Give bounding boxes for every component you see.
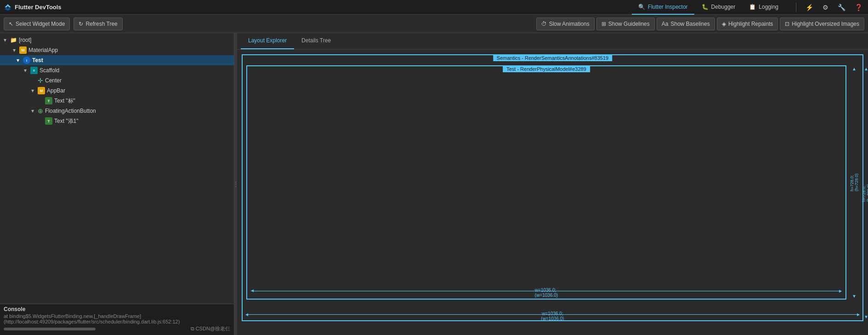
explorer-panel: Layout Explorer Details Tree Semantics -… xyxy=(237,33,868,335)
layout-viz: Semantics - RenderSemanticsAnnotations#8… xyxy=(237,50,868,335)
outer-width-label: w=1036.0;(w=1036.0) xyxy=(541,311,564,321)
arrow-text2: ▸ xyxy=(39,118,45,124)
toolbar: ↖ Select Widget Mode ↻ Refresh Tree ⏱ Sl… xyxy=(0,15,868,33)
tree-label-text2: Text "添1" xyxy=(54,117,79,125)
slow-animations-button[interactable]: ⏱ Slow Animations xyxy=(536,17,595,30)
scaffold-icon: ≡ xyxy=(30,67,38,74)
arrow-root: ▾ xyxy=(4,37,10,43)
show-baselines-button[interactable]: Aa Show Baselines xyxy=(657,17,715,30)
arrow-fab: ▾ xyxy=(31,108,38,114)
inner-width-label: w=1036.0;(w=1036.0) xyxy=(535,288,558,298)
tree-item-appbar[interactable]: ▾ M AppBar xyxy=(0,86,234,96)
tree-item-text2[interactable]: ▸ T Text "添1" xyxy=(0,116,234,126)
tree-item-materialapp[interactable]: ▾ M MaterialApp xyxy=(0,45,234,55)
tree-item-text1[interactable]: ▸ T Text "标" xyxy=(0,96,234,106)
select-widget-button[interactable]: ↖ Select Widget Mode xyxy=(4,17,70,30)
lightning-icon-btn[interactable]: ⚡ xyxy=(804,3,815,12)
inner-test-box: Test - RenderPhysicalModel#e3289 ▶ ◀ w=1… xyxy=(246,65,846,300)
baselines-icon: Aa xyxy=(662,21,669,27)
scrollbar[interactable] xyxy=(4,328,96,330)
center-icon: ✛ xyxy=(38,77,43,84)
tree-label-scaffold: Scaffold xyxy=(40,67,59,74)
right-v-arrows: ▲ h=728.0;(h=728.0) ▼ xyxy=(850,66,859,299)
bottom-right-text: CSDN@徐老仨 xyxy=(196,326,230,331)
tree-content[interactable]: ▾ 📁 [root] ▾ M MaterialApp ▾ i Test xyxy=(0,33,234,304)
arrow-materialapp: ▾ xyxy=(13,47,19,53)
inner-left-arrow: ◀ xyxy=(251,287,254,293)
repaints-icon: ◈ xyxy=(722,21,726,27)
arrow-center: ▸ xyxy=(31,77,38,84)
tree-item-scaffold[interactable]: ▾ ≡ Scaffold xyxy=(0,65,234,75)
debugger-icon: 🐛 xyxy=(702,4,709,10)
slow-anim-icon: ⏱ xyxy=(541,21,547,27)
tree-item-root[interactable]: ▾ 📁 [root] xyxy=(0,35,234,45)
inner-box-label: Test - RenderPhysicalModel#e3289 xyxy=(503,66,590,72)
console-text: at binding$5.WidgetsFlutterBinding.new.[… xyxy=(4,313,230,324)
show-guidelines-button[interactable]: ⊞ Show Guidelines xyxy=(596,17,655,30)
svg-marker-0 xyxy=(5,4,11,7)
tree-item-fab[interactable]: ▾ ⊕ FloatingActionButton xyxy=(0,106,234,116)
tree-label-text1: Text "标" xyxy=(54,97,75,105)
tree-label-materialapp: MaterialApp xyxy=(28,47,58,53)
materialapp-icon: M xyxy=(19,46,27,54)
arrow-appbar: ▾ xyxy=(31,87,38,94)
refresh-tree-button[interactable]: ↻ Refresh Tree xyxy=(74,17,122,30)
copy-icon: ⧉ xyxy=(191,326,194,331)
tree-panel: ▾ 📁 [root] ▾ M MaterialApp ▾ i Test xyxy=(0,33,234,335)
tree-item-center[interactable]: ▸ ✛ Center xyxy=(0,75,234,86)
test-icon: i xyxy=(23,57,30,64)
inspector-icon: 🔍 xyxy=(638,4,645,10)
appbar-icon: M xyxy=(38,87,45,94)
text1-icon: T xyxy=(45,97,52,104)
tree-label-test: Test xyxy=(32,57,43,64)
top-bar: Flutter DevTools 🔍 Flutter Inspector 🐛 D… xyxy=(0,0,868,15)
folder-icon: 📁 xyxy=(10,37,17,43)
bottom-right-info: ⧉ CSDN@徐老仨 xyxy=(191,325,230,332)
top-bar-icons: ⚡ ⚙ 🔧 ❓ xyxy=(794,3,864,12)
settings-icon-btn[interactable]: ⚙ xyxy=(821,3,830,12)
tab-debugger[interactable]: 🐛 Debugger xyxy=(695,0,742,15)
highlight-repaints-button[interactable]: ◈ Highlight Repaints xyxy=(717,17,778,30)
tree-label-appbar: AppBar xyxy=(47,87,65,94)
tree-label-fab: FloatingActionButton xyxy=(45,108,96,114)
arrow-test: ▾ xyxy=(17,57,23,64)
arrow-text1: ▸ xyxy=(39,98,45,104)
explorer-tabs: Layout Explorer Details Tree xyxy=(237,33,868,50)
tree-item-test[interactable]: ▾ i Test xyxy=(0,55,234,65)
tab-layout-explorer[interactable]: Layout Explorer xyxy=(241,33,294,49)
main-content: ▾ 📁 [root] ▾ M MaterialApp ▾ i Test xyxy=(0,33,868,335)
refresh-icon: ↻ xyxy=(79,21,83,27)
toolbar-right: ⏱ Slow Animations ⊞ Show Guidelines Aa S… xyxy=(536,17,864,30)
text2-icon: T xyxy=(45,117,52,125)
svg-marker-1 xyxy=(5,7,11,11)
toolbar-left: ↖ Select Widget Mode ↻ Refresh Tree xyxy=(4,17,123,30)
console-panel: Console at binding$5.WidgetsFlutterBindi… xyxy=(0,304,234,335)
tools-icon-btn[interactable]: 🔧 xyxy=(836,3,847,12)
outer-semantics-box: Semantics - RenderSemanticsAnnotations#8… xyxy=(242,54,863,321)
tree-label-root: [root] xyxy=(19,37,31,43)
console-title: Console xyxy=(4,306,230,312)
fab-icon: ⊕ xyxy=(38,107,43,115)
oversized-icon: ⊡ xyxy=(785,21,789,27)
tree-label-center: Center xyxy=(45,77,62,84)
guidelines-icon: ⊞ xyxy=(601,21,606,27)
tab-details-tree[interactable]: Details Tree xyxy=(294,33,338,49)
arrow-scaffold: ▾ xyxy=(24,67,30,74)
tab-flutter-inspector[interactable]: 🔍 Flutter Inspector xyxy=(632,0,694,15)
outer-box-label: Semantics - RenderSemanticsAnnotations#8… xyxy=(493,55,612,61)
help-icon-btn[interactable]: ❓ xyxy=(853,3,864,12)
logging-icon: 📋 xyxy=(749,4,756,10)
outer-right-arrows: ▲ h=728.0;(h=728.0) ▼ xyxy=(862,66,868,319)
app-title: Flutter DevTools xyxy=(4,3,62,12)
console-bottom: ⧉ CSDN@徐老仨 xyxy=(4,325,230,332)
flutter-logo-icon xyxy=(4,3,12,12)
tab-logging[interactable]: 📋 Logging xyxy=(743,0,785,15)
highlight-oversized-button[interactable]: ⊡ Highlight Oversized Images xyxy=(780,17,864,30)
top-tab-buttons: 🔍 Flutter Inspector 🐛 Debugger 📋 Logging xyxy=(632,0,785,15)
separator xyxy=(796,3,796,12)
cursor-icon: ↖ xyxy=(9,21,13,27)
